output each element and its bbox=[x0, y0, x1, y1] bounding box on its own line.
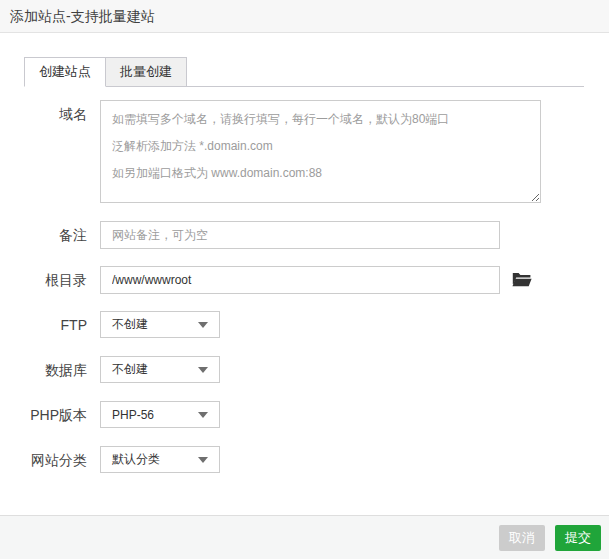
php-version-label: PHP版本 bbox=[0, 401, 100, 429]
tab-batch-create[interactable]: 批量创建 bbox=[106, 57, 187, 87]
php-version-row: PHP版本 PHP-56 bbox=[0, 401, 609, 429]
dialog-title: 添加站点-支持批量建站 bbox=[0, 0, 609, 33]
php-version-select[interactable]: PHP-56 bbox=[100, 401, 220, 428]
submit-button[interactable]: 提交 bbox=[555, 525, 601, 551]
domain-textarea[interactable] bbox=[100, 100, 541, 203]
site-category-row: 网站分类 默认分类 bbox=[0, 446, 609, 474]
database-select[interactable]: 不创建 bbox=[100, 356, 220, 383]
tab-create-site[interactable]: 创建站点 bbox=[24, 57, 106, 87]
site-category-selected-value: 默认分类 bbox=[112, 451, 160, 468]
folder-open-icon bbox=[512, 276, 532, 291]
ftp-label: FTP bbox=[0, 311, 100, 339]
dropdown-arrow-icon bbox=[198, 367, 208, 373]
ftp-selected-value: 不创建 bbox=[112, 316, 148, 333]
tab-bar: 创建站点 批量创建 bbox=[24, 57, 584, 87]
site-category-select[interactable]: 默认分类 bbox=[100, 446, 220, 473]
dialog-footer: 取消 提交 bbox=[0, 515, 609, 559]
add-site-dialog: 添加站点-支持批量建站 创建站点 批量创建 域名 备注 根目录 bbox=[0, 0, 609, 474]
database-label: 数据库 bbox=[0, 356, 100, 384]
dropdown-arrow-icon bbox=[198, 457, 208, 463]
database-selected-value: 不创建 bbox=[112, 361, 148, 378]
browse-folder-button[interactable] bbox=[512, 272, 532, 288]
dropdown-arrow-icon bbox=[198, 412, 208, 418]
site-category-label: 网站分类 bbox=[0, 446, 100, 474]
note-row: 备注 bbox=[0, 221, 609, 249]
domain-row: 域名 bbox=[0, 100, 609, 203]
add-site-form: 域名 备注 根目录 FTP 不创建 bbox=[0, 100, 609, 474]
database-row: 数据库 不创建 bbox=[0, 356, 609, 384]
domain-label: 域名 bbox=[0, 100, 100, 128]
root-dir-label: 根目录 bbox=[0, 266, 100, 294]
ftp-select[interactable]: 不创建 bbox=[100, 311, 220, 338]
cancel-button[interactable]: 取消 bbox=[499, 525, 545, 551]
note-label: 备注 bbox=[0, 221, 100, 249]
note-input[interactable] bbox=[100, 221, 500, 249]
root-dir-input[interactable] bbox=[100, 266, 500, 294]
php-version-selected-value: PHP-56 bbox=[112, 408, 154, 422]
dropdown-arrow-icon bbox=[198, 322, 208, 328]
root-dir-row: 根目录 bbox=[0, 266, 609, 294]
ftp-row: FTP 不创建 bbox=[0, 311, 609, 339]
